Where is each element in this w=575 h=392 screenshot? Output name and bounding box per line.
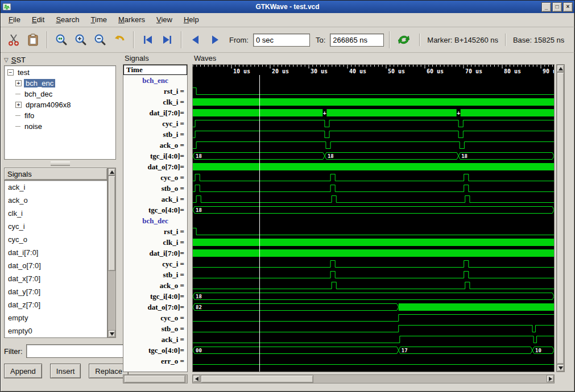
signal-name[interactable]: rst_i =	[123, 86, 187, 97]
tree-node-dpram4096x8[interactable]: +dpram4096x8	[5, 99, 115, 110]
signal-name[interactable]: clk_i =	[123, 237, 187, 248]
signal-list-item[interactable]: dat_o[7:0]	[5, 259, 107, 272]
wave-row[interactable]	[193, 161, 555, 172]
wave-row[interactable]: 18	[193, 291, 555, 302]
tree-node-bch_enc[interactable]: +bch_enc	[5, 78, 115, 89]
wave-row[interactable]	[193, 183, 555, 194]
signal-name[interactable]: ack_o =	[123, 140, 187, 151]
scrollbar-trough[interactable]	[108, 176, 115, 330]
scrollbar-thumb[interactable]	[124, 375, 185, 383]
scroll-right-button[interactable]	[547, 375, 554, 382]
scrollbar-thumb[interactable]	[108, 176, 115, 271]
signal-list-item[interactable]: cyc_i	[5, 220, 107, 233]
shift-right-button[interactable]	[206, 31, 224, 49]
zoom-in-button[interactable]	[72, 31, 89, 49]
wave-row[interactable]	[193, 86, 555, 97]
filter-input[interactable]	[26, 344, 132, 358]
signal-name[interactable]: err_o =	[123, 356, 187, 366]
signal-name[interactable]: ack_i =	[123, 194, 187, 205]
baseline-marker[interactable]	[259, 75, 260, 372]
insert-button[interactable]: Insert	[50, 364, 81, 378]
collapse-triangle-icon[interactable]: ▽	[4, 57, 9, 63]
signal-name[interactable]: cyc_o =	[123, 312, 187, 323]
collapse-icon[interactable]: −	[7, 69, 14, 76]
wave-row[interactable]	[193, 248, 555, 258]
signal-group-label[interactable]: bch_dec	[123, 215, 187, 226]
scrollbar-trough[interactable]	[123, 375, 187, 383]
append-button[interactable]: Append	[4, 364, 42, 378]
signal-list-item[interactable]: empty0	[5, 324, 107, 337]
signal-name[interactable]: dat_o[7:0]=	[123, 161, 187, 172]
tree-node-noise[interactable]: noise	[5, 121, 115, 132]
wave-row[interactable]	[193, 312, 555, 323]
signal-name[interactable]: dat_i[7:0]=	[123, 107, 187, 118]
maximize-button[interactable]: □	[552, 2, 562, 12]
signal-name[interactable]: ack_i =	[123, 334, 187, 345]
signal-name[interactable]: cyc_i =	[123, 118, 187, 129]
pane-resize-grip[interactable]	[51, 161, 70, 166]
tree-node-fifo[interactable]: fifo	[5, 110, 115, 121]
signal-name[interactable]: stb_i =	[123, 129, 187, 140]
expand-icon[interactable]: +	[15, 102, 22, 108]
wave-row[interactable]: 181818	[193, 151, 555, 161]
close-button[interactable]: ×	[563, 2, 573, 12]
wave-row[interactable]: ++	[193, 107, 555, 118]
scroll-down-button[interactable]	[557, 364, 564, 372]
wave-row[interactable]	[193, 258, 555, 269]
menu-markers[interactable]: Markers	[113, 13, 151, 27]
wave-row[interactable]	[193, 334, 555, 345]
scrollbar-trough[interactable]	[200, 375, 547, 383]
to-input[interactable]	[330, 34, 384, 47]
signal-list-item[interactable]: ack_i	[5, 181, 107, 194]
reload-button[interactable]	[395, 31, 412, 49]
scroll-down-button[interactable]	[108, 330, 115, 337]
zoom-fit-button[interactable]	[53, 31, 70, 49]
scrollbar-thumb[interactable]	[557, 72, 564, 364]
wave-row[interactable]	[193, 75, 555, 86]
wave-canvas[interactable]: 10 us20 us30 us40 us50 us60 us70 us80 us…	[192, 64, 555, 372]
scroll-left-button[interactable]	[193, 375, 200, 382]
wave-row[interactable]	[193, 237, 555, 248]
signal-group-label[interactable]: bch_enc	[123, 75, 187, 86]
cut-traces-button[interactable]	[5, 31, 22, 49]
menu-file[interactable]: File	[3, 13, 26, 27]
names-horizontal-scrollbar[interactable]	[123, 374, 188, 383]
wave-row[interactable]	[193, 215, 555, 226]
signal-name[interactable]: tgc_o[4:0]=	[123, 205, 187, 215]
menu-help[interactable]: Help	[178, 13, 205, 27]
title-bar[interactable]: GTKWave - test.vcd _ □ ×	[1, 1, 574, 13]
scrollbar-trough[interactable]	[557, 72, 564, 364]
panel-sash[interactable]	[188, 54, 192, 391]
wave-row[interactable]	[193, 140, 555, 151]
wave-row[interactable]	[193, 323, 555, 334]
menu-search[interactable]: Search	[50, 13, 85, 27]
expand-icon[interactable]: +	[15, 80, 22, 86]
signal-name[interactable]: cyc_i =	[123, 258, 187, 269]
wave-row[interactable]	[193, 194, 555, 205]
signal-name[interactable]: stb_o =	[123, 183, 187, 194]
wave-row[interactable]	[193, 356, 555, 366]
tree-node-bch_dec[interactable]: bch_dec	[5, 89, 115, 99]
zoom-to-start-button[interactable]	[139, 31, 156, 49]
wave-row[interactable]	[193, 226, 555, 237]
waves-horizontal-scrollbar[interactable]	[192, 374, 555, 383]
menu-edit[interactable]: Edit	[26, 13, 50, 27]
signal-name[interactable]: clk_i =	[123, 97, 187, 107]
signal-name[interactable]: tgc_i[4:0]=	[123, 291, 187, 302]
signal-name[interactable]: dat_o[7:0]=	[123, 302, 187, 312]
sst-header[interactable]: ▽ SST	[4, 54, 116, 65]
signal-list-item[interactable]: clk_i	[5, 207, 107, 220]
from-input[interactable]	[253, 34, 310, 47]
window-icon[interactable]	[2, 2, 11, 11]
wave-row[interactable]	[193, 118, 555, 129]
signal-list-item[interactable]: cyc_o	[5, 233, 107, 246]
signal-list-item[interactable]: dat_i[7:0]	[5, 246, 107, 259]
signal-name[interactable]: stb_o =	[123, 323, 187, 334]
menu-time[interactable]: Time	[85, 13, 113, 27]
signal-list-scrollbar[interactable]	[107, 168, 116, 338]
menu-view[interactable]: View	[151, 13, 178, 27]
wave-row[interactable]: 001710	[193, 345, 555, 356]
scroll-up-button[interactable]	[557, 65, 564, 72]
zoom-out-button[interactable]	[92, 31, 109, 49]
signal-list-item[interactable]: dat_x[7:0]	[5, 272, 107, 285]
